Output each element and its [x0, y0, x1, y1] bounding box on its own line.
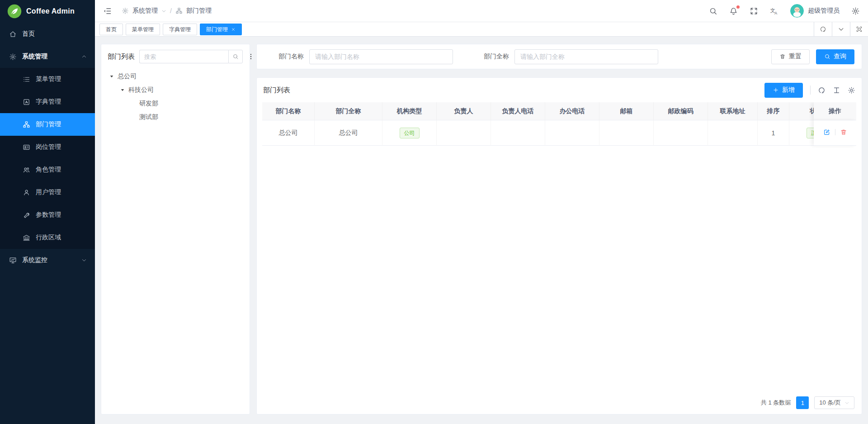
- user-icon: [23, 189, 30, 196]
- page-size-select[interactable]: 10 条/页: [814, 396, 854, 409]
- sidebar-item-系统管理[interactable]: 系统管理: [0, 45, 95, 68]
- tree-node-科技公司[interactable]: 科技公司: [108, 83, 243, 97]
- sidebar-item-label: 岗位管理: [36, 143, 61, 151]
- page-1-button[interactable]: 1: [796, 396, 809, 409]
- org-chart-icon: [175, 7, 183, 14]
- tree-node-研发部[interactable]: 研发部: [108, 97, 243, 110]
- cell-leader: [437, 120, 491, 146]
- filter-bar: 部门名称 部门全称 重置: [256, 44, 862, 69]
- sidebar-item-label: 用户管理: [36, 188, 61, 196]
- tab-菜单管理[interactable]: 菜单管理: [126, 24, 160, 35]
- notification-bell-icon[interactable]: [729, 7, 738, 15]
- sidebar-item-角色管理[interactable]: 角色管理: [0, 158, 95, 181]
- tree-panel-header: 部门列表: [108, 50, 243, 63]
- tab-options-chevron-icon[interactable]: [832, 22, 850, 36]
- tree-panel-title: 部门列表: [108, 52, 135, 61]
- sidebar-item-label: 部门管理: [36, 120, 61, 129]
- tree-search-button[interactable]: [228, 50, 243, 63]
- app-logo: Coffee Admin: [0, 0, 95, 23]
- sidebar-item-系统监控[interactable]: 系统监控: [0, 249, 95, 272]
- cell-email: [599, 120, 654, 146]
- sidebar-item-菜单管理[interactable]: 菜单管理: [0, 68, 95, 91]
- column-header-机构类型: 机构类型: [382, 102, 437, 120]
- tree-more-options-icon[interactable]: [247, 53, 255, 60]
- wrench-icon: [23, 211, 30, 219]
- tab-首页[interactable]: 首页: [99, 24, 123, 35]
- query-button[interactable]: 查询: [816, 49, 854, 64]
- sidebar-item-参数管理[interactable]: 参数管理: [0, 204, 95, 226]
- divider: [810, 86, 811, 95]
- sidebar-item-label: 菜单管理: [36, 75, 61, 83]
- cell-org_type: 公司: [382, 120, 437, 146]
- main-column: 部门名称 部门全称 重置: [256, 44, 862, 414]
- sidebar-item-label: 首页: [22, 30, 35, 38]
- sidebar-item-部门管理[interactable]: 部门管理: [0, 113, 95, 136]
- column-settings-gear-icon[interactable]: [848, 86, 855, 94]
- chevron-down-icon: [844, 400, 849, 405]
- org-icon: [23, 121, 30, 129]
- table-horizontal-scroll[interactable]: 部门名称部门全称机构类型负责人负责人电话办公电话邮箱邮政编码联系地址排序状态操作…: [262, 102, 856, 391]
- cell-sort: 1: [758, 120, 789, 146]
- table-header-row: 部门名称部门全称机构类型负责人负责人电话办公电话邮箱邮政编码联系地址排序状态操作: [262, 102, 856, 120]
- sidebar: Coffee Admin 首页系统管理菜单管理字典管理部门管理岗位管理角色管理用…: [0, 0, 95, 424]
- dept-tree-panel: 部门列表 总公司科技公司研发部测试部: [101, 44, 250, 414]
- caret-down-icon[interactable]: [119, 87, 126, 93]
- table-actions: 新增: [764, 83, 855, 98]
- tab-部门管理[interactable]: 部门管理: [200, 24, 242, 35]
- collapse-sidebar-icon[interactable]: [103, 7, 112, 15]
- username: 超级管理员: [808, 7, 840, 15]
- tree-node-总公司[interactable]: 总公司: [108, 70, 243, 83]
- plus-icon: [773, 87, 779, 93]
- list-icon: [23, 76, 30, 83]
- search-icon[interactable]: [709, 7, 717, 15]
- sidebar-item-用户管理[interactable]: 用户管理: [0, 181, 95, 204]
- trash-icon: [779, 53, 786, 60]
- dept-name-label: 部门名称: [278, 52, 304, 61]
- app-title: Coffee Admin: [26, 7, 75, 15]
- fullscreen-icon[interactable]: [750, 7, 758, 15]
- row-height-icon[interactable]: [833, 86, 840, 94]
- column-header-操作: 操作: [814, 102, 856, 120]
- tree-search-input[interactable]: [139, 50, 228, 63]
- sidebar-menu: 首页系统管理菜单管理字典管理部门管理岗位管理角色管理用户管理参数管理行政区域系统…: [0, 23, 95, 424]
- breadcrumb: 系统管理 / 部门管理: [122, 7, 212, 15]
- cell-actions: [814, 120, 856, 146]
- column-header-办公电话: 办公电话: [545, 102, 599, 120]
- sidebar-item-岗位管理[interactable]: 岗位管理: [0, 136, 95, 158]
- translate-icon[interactable]: 文A: [770, 7, 778, 15]
- app-root: Coffee Admin 首页系统管理菜单管理字典管理部门管理岗位管理角色管理用…: [0, 0, 868, 424]
- maximize-content-icon[interactable]: [850, 22, 868, 36]
- column-header-邮箱: 邮箱: [599, 102, 654, 120]
- tab-close-icon[interactable]: [231, 27, 236, 32]
- sidebar-item-首页[interactable]: 首页: [0, 23, 95, 45]
- delete-icon[interactable]: [840, 129, 847, 136]
- cell-full_name: 总公司: [315, 120, 382, 146]
- breadcrumb-level1[interactable]: 系统管理: [132, 7, 158, 15]
- tab-字典管理[interactable]: 字典管理: [163, 24, 197, 35]
- badge-icon: [23, 143, 30, 151]
- settings-gear-icon[interactable]: [851, 7, 860, 15]
- reset-button[interactable]: 重置: [771, 49, 810, 64]
- sidebar-item-label: 行政区域: [36, 233, 61, 242]
- tree-node-测试部[interactable]: 测试部: [108, 110, 243, 124]
- refresh-tab-icon[interactable]: [814, 22, 832, 36]
- refresh-table-icon[interactable]: [818, 86, 826, 94]
- edit-icon[interactable]: [823, 129, 830, 136]
- avatar: [790, 4, 804, 18]
- topbar: 系统管理 / 部门管理: [95, 0, 868, 22]
- tree-node-label: 科技公司: [128, 86, 154, 94]
- table-card-title: 部门列表: [263, 86, 290, 95]
- cell-office_phone: [545, 120, 599, 146]
- table-row: 总公司总公司公司1正常: [262, 120, 856, 146]
- cell-address: [708, 120, 758, 146]
- tab-label: 菜单管理: [132, 24, 154, 35]
- divider: [835, 129, 835, 135]
- sidebar-item-字典管理[interactable]: 字典管理: [0, 91, 95, 113]
- dept-name-input[interactable]: [309, 49, 453, 64]
- dept-fullname-input[interactable]: [514, 49, 658, 64]
- add-button[interactable]: 新增: [764, 83, 803, 98]
- caret-down-icon[interactable]: [108, 74, 115, 79]
- sidebar-item-行政区域[interactable]: 行政区域: [0, 226, 95, 249]
- user-menu[interactable]: 超级管理员: [790, 4, 840, 18]
- pagination: 共 1 条数据 1 10 条/页: [257, 391, 862, 414]
